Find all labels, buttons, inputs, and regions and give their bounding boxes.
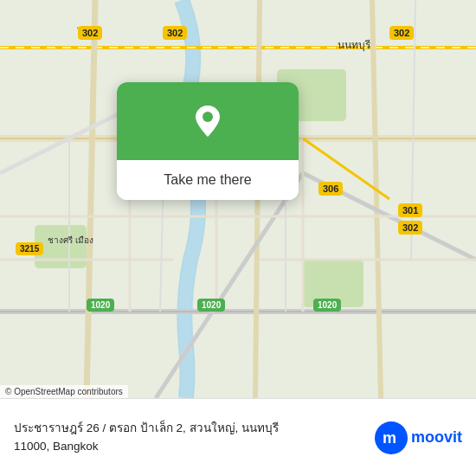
road-badge-1020-2: 1020	[197, 299, 225, 312]
location-pin-icon	[189, 102, 227, 140]
map-attribution: © OpenStreetMap contributors	[0, 385, 128, 398]
address-container: ประชาราษฎร์ 26 / ตรอก ป้าเล็ก 2, สวนใหญ่…	[14, 420, 364, 455]
svg-text:m: m	[383, 429, 396, 447]
info-panel: ประชาราษฎร์ 26 / ตรอก ป้าเล็ก 2, สวนใหญ่…	[0, 398, 476, 476]
take-me-there-button[interactable]: Take me there	[117, 160, 299, 200]
moovit-m-icon: m	[381, 429, 402, 447]
road-badge-1020-1: 1020	[87, 299, 114, 312]
moovit-logo: m moovit	[375, 421, 462, 454]
map-container: ไทร้า นนทบุรี ชางศรี เมือง 302 302 302 3…	[0, 0, 476, 398]
road-badge-301: 301	[398, 203, 422, 217]
road-badge-302-2: 302	[163, 26, 187, 40]
svg-point-29	[203, 112, 213, 122]
road-badge-3215: 3215	[16, 242, 43, 255]
popup-green-area	[117, 82, 299, 160]
attribution-text: © OpenStreetMap contributors	[5, 387, 123, 396]
road-badge-302-3: 302	[389, 26, 414, 40]
road-badge-302-1: 302	[78, 26, 102, 40]
road-badge-302-right: 302	[398, 221, 422, 235]
moovit-text: moovit	[411, 428, 462, 447]
road-badge-1020-3: 1020	[313, 299, 341, 312]
map-popup: Take me there	[117, 82, 299, 200]
road-badge-306: 306	[318, 182, 343, 196]
address-line1: ประชาราษฎร์ 26 / ตรอก ป้าเล็ก 2, สวนใหญ่…	[14, 420, 364, 437]
moovit-circle: m	[375, 421, 408, 454]
address-line2: 11000, Bangkok	[14, 438, 364, 455]
